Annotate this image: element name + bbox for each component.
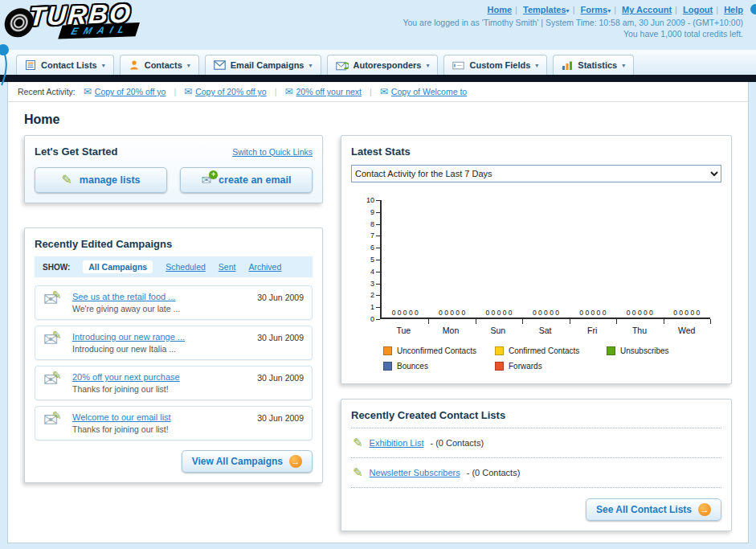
legend-swatch [495,362,504,371]
activity-separator: | [275,87,277,96]
legend-swatch [383,346,392,355]
campaign-date: 30 Jun 2009 [257,412,304,423]
contact-list-item: ✎ Newsletter Subscribers - (0 Contacts) [351,458,721,488]
x-axis-label: Tue [380,326,427,335]
bar-value-labels: 0 0 0 0 00 0 0 0 00 0 0 0 00 0 0 0 00 0 … [382,309,710,317]
campaign-edit-icon: ✉✎ [43,292,64,308]
nav-link-home[interactable]: Home [488,5,513,14]
nav-link-logout[interactable]: Logout [683,5,713,14]
contact-list-link[interactable]: Newsletter Subscribers [370,468,460,477]
contact-lists-icon [25,59,36,71]
y-axis-label: 8 [361,220,374,228]
y-axis-label: 1 [361,303,374,311]
bar-group-values: 0 0 0 0 0 [616,309,663,317]
nav-link-help[interactable]: Help [724,5,743,14]
x-axis-tick [664,319,664,324]
dropdown-arrow-icon: ▾ [622,62,625,69]
page-title: Home [24,113,748,127]
manage-lists-label: manage lists [80,174,141,186]
legend-item: Unsubscribes [607,346,718,355]
pencil-icon: ✎ [353,436,363,450]
campaign-subtitle: We're giving away our late ... [72,304,249,313]
campaign-title-link[interactable]: Introducing our new range ... [72,332,249,342]
custom-fields-icon [452,60,464,71]
latest-stats-title: Latest Stats [351,145,721,158]
contact-list-item: ✎ Exhibition List - (0 Contacts) [351,428,721,458]
campaigns-tab-scheduled[interactable]: Scheduled [166,262,206,272]
app-logo: TURBO EMAIL [5,0,140,41]
bar-group-values: 0 0 0 0 0 [664,309,710,317]
stats-period-select[interactable]: Contact Activity for the Last 7 Days [351,165,721,182]
stats-xlabels: TueMonSunSatFriThuWed [380,326,710,335]
legend-swatch [607,346,615,355]
see-all-contact-lists-button[interactable]: See All Contact Lists → [586,498,721,521]
legend-label: Unsubscribes [620,346,669,355]
campaign-title-link[interactable]: Welcome to our email list [72,412,249,422]
x-axis-label: Sun [474,326,521,335]
bar-group-values: 0 0 0 0 0 [570,309,616,317]
dropdown-arrow-icon: ▾ [607,7,611,14]
login-info: You are logged in as 'Timothy Smith' | S… [403,18,743,27]
view-all-campaigns-button[interactable]: View All Campaigns → [182,450,313,473]
y-axis-tick [376,248,380,248]
tab-contact-lists[interactable]: Contact Lists ▾ [16,55,114,75]
get-started-box: Let's Get Started Switch to Quick Links … [24,135,323,203]
create-email-button[interactable]: ✉+ create an email [180,167,313,193]
campaign-edit-icon: ✉✎ [43,412,64,428]
x-axis-tick [570,319,570,324]
contact-list-link[interactable]: Exhibition List [370,438,424,448]
dropdown-arrow-icon: ▾ [102,62,105,69]
pencil-icon: ✎ [61,174,72,186]
nav-separator: | [716,5,718,14]
y-axis-label: 9 [361,208,374,216]
legend-label: Unconfirmed Contacts [397,346,476,355]
y-axis-label: 2 [361,291,374,299]
y-axis-tick [376,319,380,320]
tab-autoresponders[interactable]: Autoresponders ▾ [327,55,439,75]
legend-label: Bounces [397,362,428,371]
recent-contact-lists-box: Recently Created Contact Lists ✎ Exhibit… [341,399,732,531]
tab-contacts[interactable]: Contacts ▾ [120,55,199,75]
campaigns-tab-all[interactable]: All Campaigns [83,260,153,273]
dropdown-arrow-icon: ▾ [309,62,312,69]
switch-quick-links-link[interactable]: Switch to Quick Links [232,147,313,157]
x-axis-label: Sat [521,326,569,335]
manage-lists-button[interactable]: ✎ manage lists [35,167,167,193]
campaign-title-link[interactable]: See us at the retail food ... [72,292,249,301]
recent-activity-link[interactable]: 20% off your next [296,87,362,96]
envelope-plus-icon: ✉+ [202,174,212,186]
recent-activity-item: ✉ Copy of 20% off yo [184,86,267,97]
get-started-title: Let's Get Started [35,145,118,158]
nav-separator: | [675,5,677,14]
y-axis-tick [376,236,380,236]
tab-statistics[interactable]: Statistics ▾ [553,55,634,75]
campaigns-title: Recently Edited Campaigns [35,238,313,250]
x-axis-tick [428,319,429,324]
nav-link-forms[interactable]: Forms [581,5,608,14]
create-email-label: create an email [219,174,291,186]
nav-link-my-account[interactable]: My Account [622,5,672,14]
campaigns-tab-archived[interactable]: Archived [248,262,281,272]
recent-activity-link[interactable]: Copy of Welcome to [391,87,467,96]
campaign-row: ✉✎ See us at the retail food ... We're g… [35,285,313,320]
bar-group-values: 0 0 0 0 0 [428,309,475,317]
campaign-edit-icon: ✉✎ [43,332,64,348]
logo-subtitle: EMAIL [58,23,140,39]
tab-label: Contacts [145,60,182,70]
autoresponders-icon [336,60,349,71]
campaign-date: 30 Jun 2009 [257,332,304,342]
pencil-icon: ✎ [353,465,363,480]
recent-activity-bar: Recent Activity: ✉ Copy of 20% off yo | … [8,82,748,102]
dropdown-arrow-icon: ▾ [535,62,538,69]
nav-divider-bar [0,75,756,82]
tab-label: Email Campaigns [231,60,304,70]
campaign-date: 30 Jun 2009 [257,372,304,383]
recent-activity-link[interactable]: Copy of 20% off yo [195,87,267,96]
campaign-title-link[interactable]: 20% off your next purchase [72,372,249,382]
recent-activity-link[interactable]: Copy of 20% off yo [95,87,166,96]
nav-link-templates[interactable]: Templates [523,5,566,14]
dropdown-arrow-icon: ▾ [426,62,429,69]
campaigns-tab-sent[interactable]: Sent [219,262,236,272]
tab-custom-fields[interactable]: Custom Fields ▾ [443,55,547,75]
tab-email-campaigns[interactable]: Email Campaigns ▾ [205,55,321,75]
